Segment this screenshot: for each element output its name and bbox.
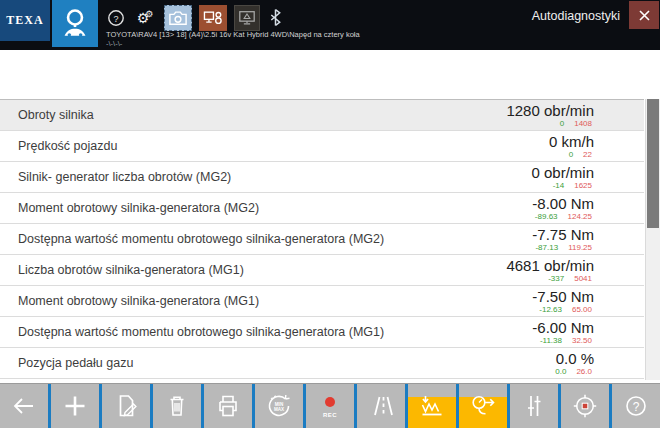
param-max: 1625 [574, 181, 592, 190]
param-label: Dostępna wartość momentu obrotowego siln… [0, 325, 384, 339]
param-min: -12.63 [539, 305, 562, 314]
param-max: 26.0 [576, 367, 592, 376]
reset-minmax-icon: MIN MAX [264, 391, 294, 421]
param-min: 0 [560, 119, 564, 128]
texa-logo: TEXA [0, 0, 50, 41]
parameter-settings-button[interactable] [507, 384, 558, 428]
camera-icon [167, 9, 189, 27]
screenshot-button[interactable] [164, 5, 192, 31]
table-row[interactable]: Liczba obrotów silnika-generatora (MG1) … [0, 255, 644, 286]
record-dot-icon [316, 394, 344, 410]
sliders-icon [520, 392, 548, 420]
top-bar: TEXA ? ⚙⚙ [0, 0, 660, 50]
texa-diagnostic-window: TEXA ? ⚙⚙ [0, 0, 660, 428]
texa-logo-text: TEXA [6, 13, 43, 28]
param-value: -7.75 Nm [384, 227, 594, 243]
section-title: Autodiagnostyki [532, 9, 620, 23]
vehicle-description: TOYOTA\RAV4 [13> 18] (A4)\2.5i 16v Kat H… [106, 30, 360, 39]
remote-display-icon [202, 9, 224, 27]
printer-icon [214, 392, 242, 420]
monitor-triangle-icon [237, 9, 257, 27]
help-icon: ? [107, 9, 125, 27]
param-min: -89.63 [535, 212, 558, 221]
top-icon-strip: ? ⚙⚙ [106, 4, 283, 31]
param-min: -87.13 [535, 243, 558, 252]
print-button[interactable] [201, 384, 252, 428]
live-data-panel: Obroty silnika 1280 obr/min 01408 Prędko… [0, 50, 660, 383]
help-top-button[interactable]: ? [106, 5, 126, 31]
back-button[interactable] [0, 384, 48, 428]
param-value: -8.00 Nm [384, 196, 594, 212]
table-row[interactable]: Pozycja pedału gazu 0.0 % 0.026.0 [0, 348, 644, 379]
param-value: -6.00 Nm [384, 320, 594, 336]
remote-connection-button[interactable] [199, 5, 227, 31]
reset-minmax-button[interactable]: MIN MAX [252, 384, 303, 428]
edit-document-icon [112, 392, 140, 420]
svg-text:MIN: MIN [275, 402, 284, 407]
param-value: 1280 obr/min [384, 103, 594, 119]
edit-button[interactable] [99, 384, 150, 428]
param-label: Dostępna wartość momentu obrotowego siln… [0, 232, 384, 246]
road-icon [366, 392, 396, 420]
target-select-button[interactable] [558, 384, 609, 428]
vehicle-variant: -\-\-\- [106, 39, 360, 48]
table-row[interactable]: Moment obrotowy silnika-generatora (MG2)… [0, 193, 644, 224]
param-max: 32.50 [572, 336, 592, 345]
param-min: -14 [553, 181, 565, 190]
param-value: -7.50 Nm [384, 289, 594, 305]
help-button[interactable]: ? [609, 384, 660, 428]
table-row[interactable]: Prędkość pojazdu 0 km/h 022 [0, 131, 644, 162]
vehicle-search-icon [55, 3, 95, 45]
graph-view-button[interactable] [405, 384, 456, 428]
param-label: Moment obrotowy silnika-generatora (MG1) [0, 294, 384, 308]
vehicle-info: TOYOTA\RAV4 [13> 18] (A4)\2.5i 16v Kat H… [106, 30, 360, 48]
scrollbar-thumb[interactable] [647, 99, 659, 228]
param-label: Liczba obrotów silnika-generatora (MG1) [0, 263, 384, 277]
table-row[interactable]: Dostępna wartość momentu obrotowego siln… [0, 224, 644, 255]
param-max: 5041 [574, 274, 592, 283]
table-row[interactable]: Moment obrotowy silnika-generatora (MG1)… [0, 286, 644, 317]
waveform-icon [418, 392, 446, 420]
param-value: 0 km/h [384, 134, 594, 150]
vehicle-search-button[interactable] [52, 0, 98, 47]
param-label: Silnik- generator liczba obrotów (MG2) [0, 170, 384, 184]
delete-button[interactable] [150, 384, 201, 428]
settings-button[interactable]: ⚙⚙ [133, 5, 157, 31]
add-parameter-button[interactable] [48, 384, 99, 428]
table-row[interactable]: Dostępna wartość momentu obrotowego siln… [0, 317, 644, 348]
vertical-scrollbar[interactable] [645, 99, 660, 380]
close-button[interactable] [629, 1, 659, 29]
road-test-button[interactable] [354, 384, 405, 428]
gears-icon: ⚙⚙ [137, 8, 154, 27]
param-label: Pozycja pedału gazu [0, 356, 384, 370]
back-arrow-icon [10, 392, 38, 420]
param-label: Obroty silnika [0, 108, 384, 122]
record-label: REC [323, 412, 337, 418]
param-value: 4681 obr/min [384, 258, 594, 274]
bluetooth-icon [269, 8, 282, 27]
param-label: Prędkość pojazdu [0, 139, 384, 153]
record-button[interactable]: REC [303, 384, 354, 428]
param-value: 0.0 % [384, 351, 594, 367]
parameters-table: Obroty silnika 1280 obr/min 01408 Prędko… [0, 99, 644, 379]
param-max: 1408 [574, 119, 592, 128]
close-icon [638, 9, 651, 22]
param-max: 22 [583, 150, 592, 159]
param-min: -11.38 [540, 336, 562, 345]
param-min: 0.0 [555, 367, 566, 376]
param-min: 0 [569, 150, 573, 159]
param-max: 119.25 [568, 243, 592, 252]
target-icon [571, 392, 599, 420]
live-output-button[interactable] [456, 384, 507, 428]
display-mode-button[interactable] [234, 5, 260, 31]
gauge-output-icon [468, 392, 498, 420]
table-row[interactable]: Obroty silnika 1280 obr/min 01408 [0, 100, 644, 131]
param-label: Moment obrotowy silnika-generatora (MG2) [0, 201, 384, 215]
param-min: -337 [548, 274, 564, 283]
svg-text:?: ? [633, 400, 640, 414]
plus-icon [61, 392, 89, 420]
bluetooth-button[interactable] [267, 5, 283, 31]
table-row[interactable]: Silnik- generator liczba obrotów (MG2) 0… [0, 162, 644, 193]
help-icon: ? [622, 392, 650, 420]
trash-icon [163, 392, 191, 420]
